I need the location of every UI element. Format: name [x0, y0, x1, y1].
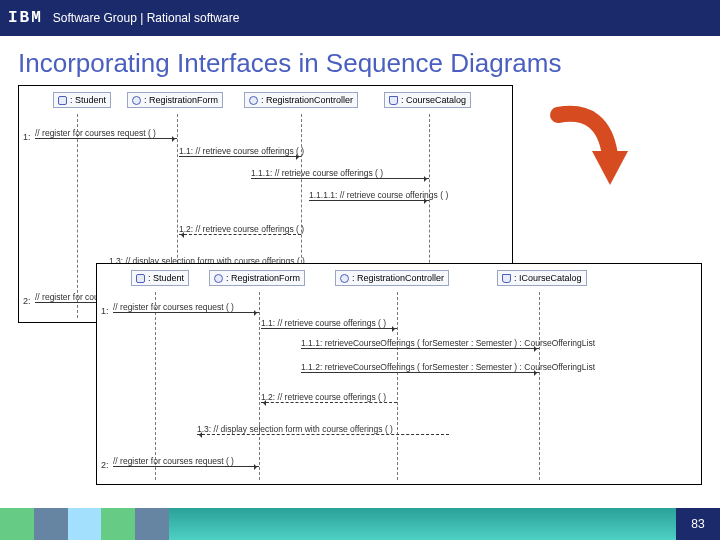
row-label: 2: — [101, 460, 109, 470]
topbar-subtitle: Software Group | Rational software — [53, 11, 240, 25]
footer-band — [169, 508, 676, 540]
message: 1.1.1: // retrieve course offerings ( ) — [251, 168, 429, 178]
page-number: 83 — [676, 508, 720, 540]
participant-label: : RegistrationController — [261, 95, 353, 105]
participant-label: : ICourseCatalog — [514, 273, 582, 283]
message: 1.1: // retrieve course offerings ( ) — [179, 146, 301, 156]
message: // register for courses request ( ) — [113, 302, 259, 312]
slide-title: Incorporating Interfaces in Sequence Dia… — [0, 36, 720, 85]
participant-label: : CourseCatalog — [401, 95, 466, 105]
message: // register for courses request ( ) — [113, 456, 259, 466]
participant-label: : Student — [148, 273, 184, 283]
message: 1.1.1: retrieveCourseOfferings ( forSeme… — [301, 338, 697, 348]
slide-footer: 83 — [0, 508, 720, 540]
participant-label: : RegistrationController — [352, 273, 444, 283]
participant-label: : Student — [70, 95, 106, 105]
participant-label: : RegistrationForm — [144, 95, 218, 105]
return-message: 1.2: // retrieve course offerings ( ) — [179, 224, 301, 234]
participant-label: : RegistrationForm — [226, 273, 300, 283]
slide-canvas: : Student : RegistrationForm : Registrat… — [18, 85, 702, 485]
row-label: 1: — [23, 132, 31, 142]
return-message: 1.2: // retrieve course offerings ( ) — [261, 392, 397, 402]
message: 1.1.2: retrieveCourseOfferings ( forSeme… — [301, 362, 697, 372]
row-label: 1: — [101, 306, 109, 316]
transform-arrow-icon — [548, 97, 628, 187]
sequence-diagram-after: : Student : RegistrationForm : Registrat… — [96, 263, 702, 485]
message: // register for courses request ( ) — [35, 128, 177, 138]
message: 1.1: // retrieve course offerings ( ) — [261, 318, 397, 328]
top-bar: IBM Software Group | Rational software — [0, 0, 720, 36]
return-message: 1.3: // display selection form with cour… — [197, 424, 449, 434]
ibm-logo: IBM — [8, 9, 43, 27]
message: 1.1.1.1: // retrieve course offerings ( … — [309, 190, 429, 200]
svg-marker-0 — [592, 151, 628, 185]
footer-thumbnails — [0, 508, 169, 540]
row-label: 2: — [23, 296, 31, 306]
